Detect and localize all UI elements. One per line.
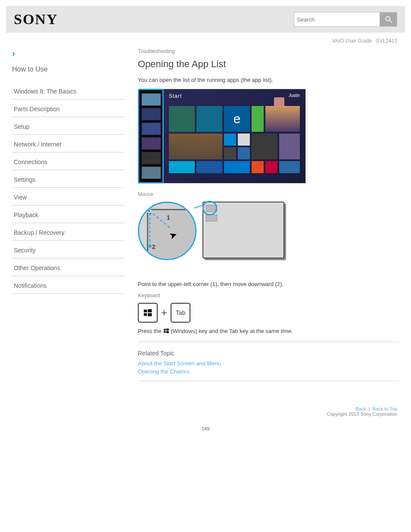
search-button[interactable] xyxy=(380,12,397,27)
sidebar-item-windows8-basics[interactable]: Windows 8: The Basics xyxy=(12,82,124,100)
svg-rect-8 xyxy=(164,331,166,333)
windows-inline-icon xyxy=(163,328,171,334)
chevron-right-icon: › xyxy=(12,48,124,59)
plus-icon: + xyxy=(161,307,167,319)
related-link-charms[interactable]: Opening the Charms xyxy=(138,368,399,375)
sidebar-item-settings[interactable]: Settings xyxy=(12,170,124,188)
sidebar-item-network-internet[interactable]: Network / Internet xyxy=(12,135,124,152)
sidebar: › How to Use Windows 8: The Basics Parts… xyxy=(12,48,132,389)
sidebar-item-connections[interactable]: Connections xyxy=(12,152,124,170)
sidebar-item-notifications[interactable]: Notifications xyxy=(12,276,124,294)
start-label: Start xyxy=(169,93,182,99)
model-label: VAIO User Guide xyxy=(332,38,372,44)
sidebar-item-setup[interactable]: Setup xyxy=(12,117,124,135)
intro-text: You can open the list of the running app… xyxy=(138,76,399,84)
mouse-diagram: 1 2 ➤ xyxy=(138,200,399,273)
user-label: Justin xyxy=(289,93,300,98)
app-list-highlight xyxy=(138,89,164,184)
sidebar-item-security[interactable]: Security xyxy=(12,241,124,258)
footer: Back | Back to Top Copyright 2013 Sony C… xyxy=(0,406,411,423)
copyright-text: Copyright 2013 Sony Corporation xyxy=(327,411,397,417)
related-topic-heading: Related Topic xyxy=(138,350,399,357)
keyboard-instruction-text: Press the (Windows) key and the Tab key … xyxy=(138,327,399,336)
section-divider-bottom xyxy=(138,381,399,381)
mouse-instruction-text: Point to the upper-left corner (1), then… xyxy=(138,280,399,289)
header-bar: SONY xyxy=(6,6,405,33)
svg-rect-9 xyxy=(166,331,169,333)
svg-line-1 xyxy=(389,21,392,23)
svg-rect-3 xyxy=(148,309,152,312)
svg-rect-5 xyxy=(148,313,152,316)
highlight-corner-circle xyxy=(202,201,217,215)
win8-start-screenshot: Start Justin e xyxy=(138,89,399,184)
main-content: Troubleshooting Opening the App List You… xyxy=(132,48,399,389)
windows-key-icon xyxy=(138,303,158,323)
breadcrumb[interactable]: Troubleshooting xyxy=(138,48,399,54)
svg-rect-6 xyxy=(164,329,166,330)
related-link-start-screen[interactable]: About the Start Screen and Menu xyxy=(138,360,399,367)
diagram-label-2: 2 xyxy=(152,243,156,250)
sidebar-item-playback[interactable]: Playback xyxy=(12,205,124,223)
svg-rect-2 xyxy=(144,310,147,312)
keyboard-shortcut-row: + Tab xyxy=(138,303,399,323)
page-number: 149 xyxy=(0,423,411,440)
sidebar-item-other-operations[interactable]: Other Operations xyxy=(12,258,124,276)
search-wrap xyxy=(294,12,397,27)
svg-rect-4 xyxy=(144,313,147,316)
keyboard-section-label: Keyboard xyxy=(138,292,399,299)
back-link[interactable]: Back xyxy=(355,406,366,411)
section-divider xyxy=(138,342,399,342)
sony-logo: SONY xyxy=(14,11,58,28)
tiles-grid: e xyxy=(169,106,300,177)
magnifier-circle: 1 2 ➤ xyxy=(138,202,196,260)
mouse-section-label: Mouse xyxy=(138,191,399,197)
sidebar-item-view[interactable]: View xyxy=(12,188,124,205)
related-topic: Related Topic About the Start Screen and… xyxy=(138,350,399,375)
search-input[interactable] xyxy=(294,12,380,27)
svg-rect-7 xyxy=(166,329,169,331)
howto-label: How to Use xyxy=(12,65,124,73)
back-to-top-link[interactable]: Back to Top xyxy=(373,406,397,411)
diagram-label-1: 1 xyxy=(167,214,170,221)
magnifier-icon xyxy=(384,15,393,24)
model-name: SVL2413 xyxy=(376,38,397,44)
sidebar-item-parts-description[interactable]: Parts Description xyxy=(12,100,124,117)
subheader: VAIO User Guide SVL2413 xyxy=(0,33,411,44)
svg-point-0 xyxy=(386,16,390,21)
tab-keycap: Tab xyxy=(171,303,190,323)
sidebar-item-backup-recovery[interactable]: Backup / Recovery xyxy=(12,223,124,241)
ie-tile-icon: e xyxy=(224,106,250,132)
page-title: Opening the App List xyxy=(138,59,399,70)
